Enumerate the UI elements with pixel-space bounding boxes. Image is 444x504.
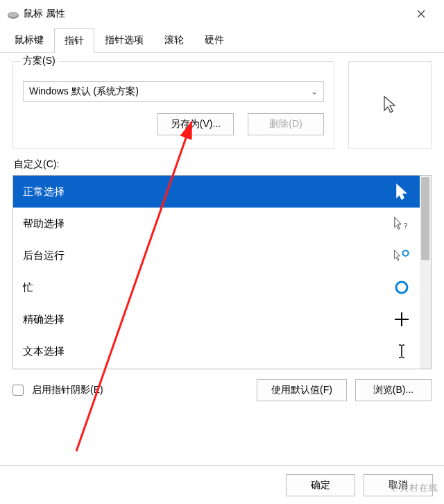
list-item[interactable]: 后台运行	[13, 240, 420, 271]
scheme-group: 方案(S) Windows 默认 (系统方案) ⌄ 另存为(V)... 删除(D…	[12, 61, 334, 149]
list-item[interactable]: 精确选择	[13, 303, 420, 335]
background-cursor-icon	[393, 247, 410, 264]
save-as-button[interactable]: 另存为(V)...	[157, 113, 234, 135]
cursor-preview	[348, 61, 432, 149]
window-title: 鼠标 属性	[24, 8, 405, 20]
list-item[interactable]: 忙	[13, 271, 420, 303]
list-item[interactable]: 帮助选择 ?	[13, 208, 420, 240]
scrollbar[interactable]	[420, 176, 431, 369]
precision-cursor-icon	[393, 311, 410, 328]
shadow-checkbox[interactable]	[12, 385, 24, 396]
delete-button[interactable]: 删除(D)	[248, 113, 324, 135]
tab-mouse-buttons[interactable]: 鼠标键	[4, 28, 54, 52]
list-item[interactable]: 正常选择	[13, 176, 420, 208]
svg-point-3	[403, 251, 409, 256]
tab-hardware[interactable]: 硬件	[194, 28, 234, 52]
customize-label: 自定义(C):	[14, 158, 432, 171]
cancel-button[interactable]: 取消	[364, 474, 433, 496]
busy-cursor-icon	[393, 279, 410, 296]
svg-point-4	[396, 282, 407, 293]
list-item[interactable]: 文本选择	[13, 335, 420, 367]
text-cursor-icon	[393, 343, 410, 360]
tab-wheel[interactable]: 滚轮	[154, 28, 194, 52]
use-defaults-button[interactable]: 使用默认值(F)	[257, 379, 347, 401]
tab-strip: 鼠标键 指针 指针选项 滚轮 硬件	[0, 28, 444, 53]
help-cursor-icon: ?	[393, 215, 410, 232]
cursor-name: 后台运行	[23, 249, 65, 262]
ok-button[interactable]: 确定	[286, 474, 355, 496]
cursor-name: 正常选择	[23, 185, 65, 199]
tab-panel: 方案(S) Windows 默认 (系统方案) ⌄ 另存为(V)... 删除(D…	[0, 53, 444, 401]
close-button[interactable]	[405, 3, 437, 25]
tab-pointers[interactable]: 指针	[54, 28, 94, 53]
tab-pointer-options[interactable]: 指针选项	[94, 28, 154, 52]
cursor-name: 帮助选择	[23, 217, 65, 230]
svg-text:?: ?	[404, 222, 408, 230]
cursor-name: 精确选择	[23, 313, 65, 326]
shadow-label: 启用指针阴影(E)	[32, 384, 248, 396]
chevron-down-icon: ⌄	[311, 87, 318, 96]
scheme-label: 方案(S)	[20, 55, 58, 67]
scheme-value: Windows 默认 (系统方案)	[29, 85, 139, 98]
cursor-name: 忙	[23, 281, 33, 294]
cursor-name: 文本选择	[23, 345, 65, 358]
svg-point-1	[8, 12, 18, 17]
titlebar: 鼠标 属性	[0, 0, 444, 28]
browse-button[interactable]: 浏览(B)...	[355, 379, 432, 401]
cursor-list: 正常选择 帮助选择 ? 后台运行 忙	[12, 175, 432, 369]
scrollbar-thumb[interactable]	[421, 177, 429, 260]
arrow-cursor-icon	[393, 183, 410, 200]
scheme-dropdown[interactable]: Windows 默认 (系统方案) ⌄	[23, 81, 324, 102]
dialog-footer: 确定 取消	[0, 465, 444, 504]
mouse-icon	[7, 10, 19, 18]
